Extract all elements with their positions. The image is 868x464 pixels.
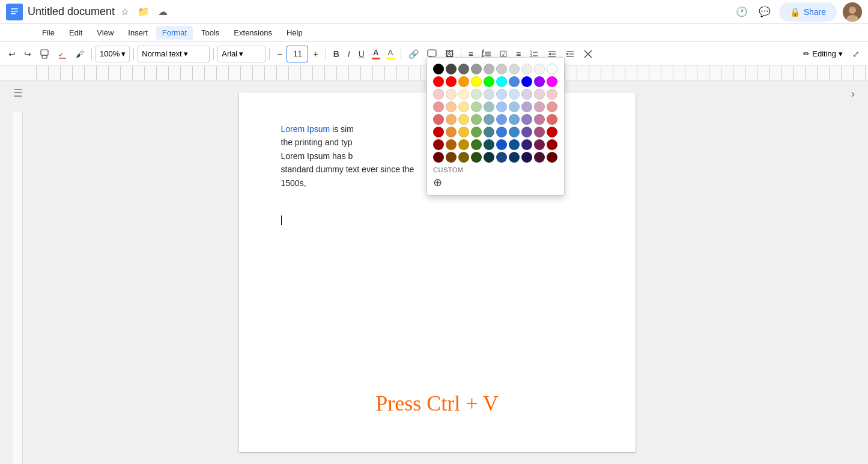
color-swatch-6-9[interactable] (547, 139, 557, 150)
color-swatch-6-7[interactable] (521, 139, 532, 150)
color-swatch-1-1[interactable] (446, 76, 457, 87)
color-swatch-0-8[interactable] (534, 64, 545, 74)
star-button[interactable]: ☆ (118, 5, 132, 19)
cloud-button[interactable]: ☁ (156, 5, 170, 19)
color-swatch-0-9[interactable] (547, 64, 557, 74)
color-swatch-4-0[interactable] (433, 114, 444, 125)
color-swatch-4-1[interactable] (446, 114, 457, 125)
color-swatch-1-5[interactable] (496, 76, 507, 87)
bold-button[interactable]: B (330, 47, 343, 61)
menu-insert[interactable]: Insert (122, 26, 154, 40)
color-swatch-2-9[interactable] (547, 89, 557, 100)
color-swatch-7-1[interactable] (446, 152, 457, 163)
color-swatch-2-4[interactable] (484, 89, 494, 100)
menu-file[interactable]: File (36, 26, 61, 40)
color-swatch-5-6[interactable] (509, 127, 520, 137)
color-swatch-7-0[interactable] (433, 152, 444, 163)
color-swatch-3-6[interactable] (509, 101, 520, 112)
expand-sidebar-button[interactable]: › (849, 86, 857, 101)
menu-edit[interactable]: Edit (63, 26, 88, 40)
color-swatch-6-0[interactable] (433, 139, 444, 150)
color-swatch-5-4[interactable] (484, 127, 494, 137)
color-swatch-1-6[interactable] (509, 76, 520, 87)
color-swatch-7-7[interactable] (521, 152, 532, 163)
font-size-input[interactable] (287, 46, 308, 62)
color-swatch-1-2[interactable] (458, 76, 469, 87)
color-swatch-2-3[interactable] (471, 89, 482, 100)
undo-button[interactable]: ↩ (5, 47, 19, 61)
menu-extensions[interactable]: Extensions (228, 26, 278, 40)
color-swatch-5-2[interactable] (458, 127, 469, 137)
font-dropdown[interactable]: Arial ▾ (217, 46, 266, 62)
color-swatch-1-0[interactable] (433, 76, 444, 87)
history-button[interactable]: 🕐 (733, 5, 750, 19)
color-swatch-0-3[interactable] (471, 64, 482, 74)
color-swatch-5-7[interactable] (521, 127, 532, 137)
menu-view[interactable]: View (91, 26, 120, 40)
increase-font-button[interactable]: + (309, 47, 321, 61)
color-swatch-7-5[interactable] (496, 152, 507, 163)
decrease-font-button[interactable]: − (273, 47, 285, 61)
expand-button[interactable]: ⤢ (849, 47, 863, 61)
color-swatch-6-4[interactable] (484, 139, 494, 150)
color-swatch-1-7[interactable] (521, 76, 532, 87)
color-swatch-0-4[interactable] (484, 64, 494, 74)
color-swatch-7-4[interactable] (484, 152, 494, 163)
highlight-color-button[interactable]: A (384, 47, 397, 61)
share-button[interactable]: 🔒 Share (779, 2, 837, 22)
menu-help[interactable]: Help (281, 26, 309, 40)
style-dropdown[interactable]: Normal text ▾ (138, 46, 210, 62)
color-swatch-1-4[interactable] (484, 76, 494, 87)
editing-dropdown[interactable]: ✏ Editing ▾ (798, 47, 848, 61)
color-swatch-5-5[interactable] (496, 127, 507, 137)
color-swatch-0-7[interactable] (521, 64, 532, 74)
color-swatch-6-5[interactable] (496, 139, 507, 150)
color-swatch-3-0[interactable] (433, 101, 444, 112)
link-button[interactable]: 🔗 (405, 47, 422, 61)
color-swatch-3-5[interactable] (496, 101, 507, 112)
color-swatch-1-3[interactable] (471, 76, 482, 87)
color-swatch-2-2[interactable] (458, 89, 469, 100)
color-swatch-7-3[interactable] (471, 152, 482, 163)
clear-formatting-button[interactable] (580, 47, 596, 61)
underline-button[interactable]: U (355, 47, 368, 61)
doc-title[interactable]: Untitled document (28, 5, 115, 18)
color-swatch-3-4[interactable] (484, 101, 494, 112)
color-swatch-2-8[interactable] (534, 89, 545, 100)
color-swatch-6-2[interactable] (458, 139, 469, 150)
menu-tools[interactable]: Tools (195, 26, 225, 40)
lorem-ipsum-link[interactable]: Lorem Ipsum (281, 124, 330, 134)
italic-button[interactable]: I (344, 47, 354, 61)
color-swatch-7-8[interactable] (534, 152, 545, 163)
color-swatch-0-6[interactable] (509, 64, 520, 74)
color-swatch-4-3[interactable] (471, 114, 482, 125)
print-button[interactable] (36, 47, 53, 61)
color-swatch-7-6[interactable] (509, 152, 520, 163)
color-swatch-1-8[interactable] (534, 76, 545, 87)
color-swatch-2-7[interactable] (521, 89, 532, 100)
color-swatch-1-9[interactable] (547, 76, 557, 87)
color-swatch-4-8[interactable] (534, 114, 545, 125)
color-swatch-5-1[interactable] (446, 127, 457, 137)
color-swatch-3-2[interactable] (458, 101, 469, 112)
color-swatch-4-7[interactable] (521, 114, 532, 125)
menu-format[interactable]: Format (156, 26, 193, 40)
add-custom-color-button[interactable]: ⊕ (433, 176, 558, 189)
color-swatch-7-9[interactable] (547, 152, 557, 163)
color-swatch-4-5[interactable] (496, 114, 507, 125)
color-swatch-4-4[interactable] (484, 114, 494, 125)
color-swatch-4-9[interactable] (547, 114, 557, 125)
color-swatch-6-3[interactable] (471, 139, 482, 150)
color-swatch-5-3[interactable] (471, 127, 482, 137)
color-swatch-6-8[interactable] (534, 139, 545, 150)
paint-format-button[interactable]: 🖌 (72, 47, 88, 61)
color-swatch-2-1[interactable] (446, 89, 457, 100)
color-swatch-6-1[interactable] (446, 139, 457, 150)
spelling-button[interactable]: ✓ (54, 47, 71, 61)
color-swatch-3-7[interactable] (521, 101, 532, 112)
color-swatch-2-5[interactable] (496, 89, 507, 100)
color-swatch-0-0[interactable] (433, 64, 444, 74)
color-swatch-0-1[interactable] (446, 64, 457, 74)
zoom-dropdown[interactable]: 100% ▾ (96, 46, 130, 62)
text-color-button[interactable]: A (369, 47, 383, 61)
